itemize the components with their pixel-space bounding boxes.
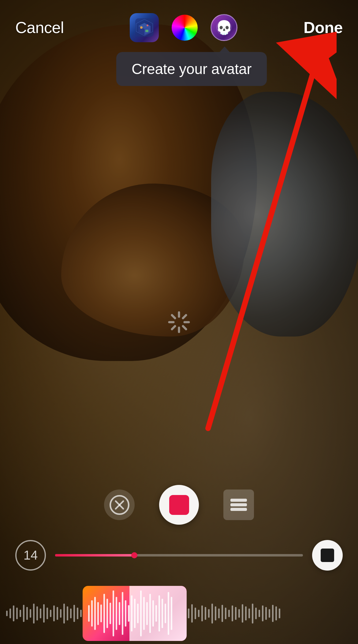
svg-rect-22 <box>230 503 247 506</box>
progress-area: 14 <box>0 540 358 571</box>
svg-point-5 <box>140 26 143 29</box>
color-wheel-button[interactable] <box>172 15 198 41</box>
progress-track[interactable] <box>55 554 303 557</box>
top-bar: Cancel <box>0 0 358 49</box>
svg-line-17 <box>172 326 175 329</box>
svg-line-16 <box>183 315 186 318</box>
svg-point-6 <box>147 24 148 26</box>
bottom-area: 14 <box>0 448 358 644</box>
spinner-icon <box>165 308 193 336</box>
recording-controls <box>0 485 358 525</box>
cancel-button[interactable]: Cancel <box>15 18 64 37</box>
top-bar-icons: 💀 <box>130 13 237 42</box>
game-icon-image <box>130 13 159 42</box>
tooltip-text: Create your avatar <box>132 61 252 77</box>
svg-rect-23 <box>230 508 247 511</box>
layers-button[interactable] <box>223 490 254 520</box>
clip-count: 14 <box>15 540 46 571</box>
progress-dot <box>131 552 137 558</box>
svg-line-15 <box>183 326 186 329</box>
record-icon <box>169 495 189 515</box>
waveform-area <box>0 583 358 644</box>
cancel-record-button[interactable] <box>104 490 135 520</box>
progress-filled <box>55 554 134 557</box>
tooltip: Create your avatar <box>116 52 267 86</box>
avatar-icon-button[interactable]: 💀 <box>211 14 237 41</box>
svg-rect-7 <box>145 30 148 32</box>
done-button[interactable]: Done <box>304 18 343 37</box>
svg-rect-21 <box>230 499 247 502</box>
skull-icon: 💀 <box>216 20 233 35</box>
stop-icon <box>321 549 334 562</box>
waveform-active <box>83 586 187 641</box>
game-icon-button[interactable] <box>130 13 159 42</box>
waveform-overlay <box>129 586 187 641</box>
stop-button[interactable] <box>312 540 343 571</box>
loading-spinner <box>165 308 193 336</box>
svg-line-14 <box>172 315 175 318</box>
record-button[interactable] <box>159 485 199 525</box>
